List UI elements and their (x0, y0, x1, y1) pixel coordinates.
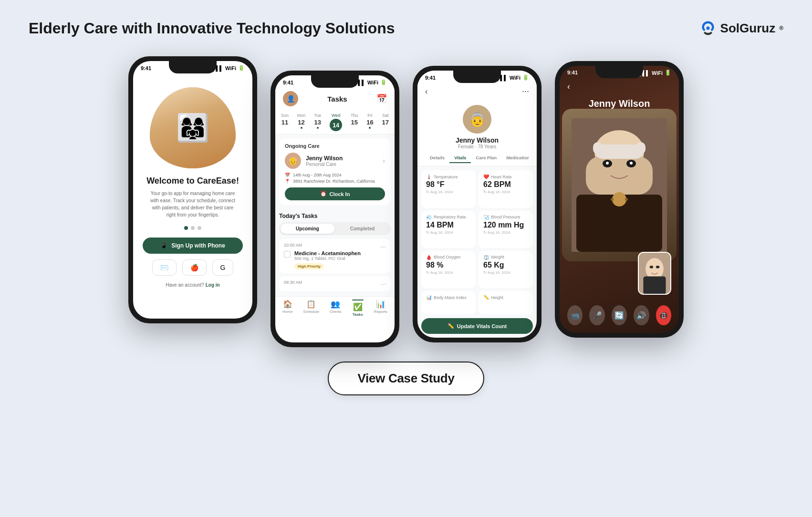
wt-date: ↻ Aug 16, 2024 (483, 270, 528, 275)
task1-row: Medicine - Acetaminophen 500 mg, 1 Table… (284, 250, 386, 269)
day-sat: Sat 17 (382, 113, 388, 131)
tab-vitals[interactable]: Vitals (449, 153, 471, 163)
main-container: Elderly Care with Innovative Technology … (0, 0, 812, 517)
ongoing-care-label: Ongoing Care (285, 143, 385, 149)
patient-name: Jenny Wilson (456, 136, 499, 144)
logo-text: SolGuruz (720, 21, 776, 36)
nav-schedule[interactable]: 📋 Schedule (303, 300, 319, 317)
care-details: 📅 14th Aug - 20th Aug 2024 📍 3891 Ranchv… (285, 173, 385, 184)
status-icons-2: ▌▌▌ WiFi 🔋 (354, 79, 387, 85)
tab-details[interactable]: Details (425, 153, 449, 163)
care-date-row: 📅 14th Aug - 20th Aug 2024 (285, 173, 385, 177)
nav-tasks[interactable]: ✅ Tasks (352, 300, 364, 317)
nav-reports[interactable]: 📊 Reports (374, 300, 387, 317)
bmi-label: Body Mass Index (434, 295, 467, 300)
wifi-icon-3: WiFi (510, 75, 521, 81)
video-status-icons: ▌▌▌ WiFi 🔋 (638, 70, 671, 76)
task1-checkbox[interactable] (284, 251, 291, 258)
notch-4 (595, 66, 643, 78)
volume-button[interactable]: 🔊 (634, 305, 649, 325)
mic-button[interactable]: 🎤 (589, 305, 604, 325)
phone-vitals-screen: 9:41 ▌▌▌ WiFi 🔋 ‹ ··· 👵 J (417, 71, 537, 338)
end-call-button[interactable]: 📵 (656, 305, 671, 325)
logo: SolGuruz® (699, 20, 783, 37)
login-link[interactable]: Log in (206, 282, 220, 288)
bo-date: ↻ Aug 16, 2024 (426, 270, 471, 275)
video-toggle-button[interactable]: 📹 (567, 305, 583, 325)
update-vitals-button[interactable]: ✏️ Update Vitals Count (421, 318, 533, 334)
task2-time: 09:30 AM (284, 280, 302, 286)
email-button[interactable]: ✉️ (152, 259, 177, 276)
tasks-body: Ongoing Care 👴 Jenny Wilson Personal Car… (275, 134, 395, 296)
day-sun: Sun 11 (281, 113, 289, 131)
day-mon: Mon 12 (297, 113, 306, 131)
signup-label: Sign Up with Phone (171, 242, 225, 249)
carousel-dots (184, 226, 201, 230)
temp-date: ↻ Aug 16, 2024 (426, 190, 471, 194)
task2-more-icon[interactable]: ··· (380, 280, 386, 288)
bottom-nav: 🏠 Home 📋 Schedule 👥 Clients ✅ Task (275, 296, 395, 321)
phone-welcome: 9:41 ▌▌▌ WiFi 🔋 Welcome to CareEase! You… (128, 56, 257, 323)
vital-heart-rate: ❤️ Heart Rate 62 BPM ↻ Aug 16, 2024 (479, 170, 533, 207)
svg-rect-18 (643, 277, 666, 295)
svg-point-14 (611, 198, 614, 201)
task-tabs: Upcoming Completed (279, 222, 391, 235)
signup-button[interactable]: 📱 Sign Up with Phone (143, 238, 243, 254)
tab-care-plan[interactable]: Care Plan (471, 153, 501, 163)
svg-point-13 (612, 192, 626, 207)
clock-icon: ⏰ (320, 191, 327, 197)
patient-profile: 👵 Jenny Wilson Female · 78 Years Details… (417, 100, 537, 166)
battery-icon: 🔋 (238, 65, 245, 71)
day-wed[interactable]: Wed 14 (330, 113, 342, 131)
care-arrow-icon[interactable]: › (383, 157, 385, 165)
vitals-top: 9:41 ▌▌▌ WiFi 🔋 ‹ ··· 👵 J (417, 71, 537, 166)
video-overlay: 9:41 ▌▌▌ WiFi 🔋 ‹ Jenny Wilson 11:21 (560, 66, 679, 333)
svg-rect-11 (636, 142, 645, 154)
vital-respiratory: 💨 Respiratory Rate 14 BPM ↻ Aug 16, 2024 (421, 211, 476, 248)
apple-button[interactable]: 🍎 (182, 259, 207, 276)
care-address: 3891 Ranchview Dr. Richardson, Californi… (293, 179, 375, 184)
tasks-title: Tasks (327, 95, 347, 103)
video-time: 9:41 (567, 70, 578, 76)
google-button[interactable]: G (212, 259, 234, 276)
calendar-icon[interactable]: 📅 (376, 93, 387, 104)
day-fri: Fri 16 (366, 113, 373, 131)
clients-icon: 👥 (331, 300, 340, 309)
nav-clients[interactable]: 👥 Clients (330, 300, 341, 317)
video-back-button[interactable]: ‹ (567, 82, 570, 92)
phone-welcome-screen: 9:41 ▌▌▌ WiFi 🔋 Welcome to CareEase! You… (133, 61, 252, 319)
hr-label: Heart Rate (491, 175, 512, 179)
tab-completed[interactable]: Completed (335, 224, 389, 234)
temp-value: 98 °F (426, 180, 471, 189)
temp-label: Temperature (434, 175, 458, 179)
home-icon: 🏠 (283, 300, 292, 309)
schedule-icon: 📋 (306, 300, 316, 309)
svg-point-20 (656, 266, 660, 269)
tab-medications[interactable]: Medications (501, 153, 529, 163)
view-case-study-button[interactable]: View Case Study (328, 362, 484, 395)
vitals-grid: 🌡️ Temperature 98 °F ↻ Aug 16, 2024 ❤️ H… (417, 166, 537, 318)
bp-icon: 🩺 (483, 215, 489, 220)
tab-upcoming[interactable]: Upcoming (281, 224, 334, 234)
more-button[interactable]: ··· (522, 86, 529, 96)
day-thu: Thu 15 (351, 113, 358, 131)
video-wifi-icon: WiFi (652, 70, 663, 76)
clock-in-button[interactable]: ⏰ Clock In (285, 187, 385, 200)
week-row: Sun 11 Mon 12 Tue 13 (275, 110, 395, 134)
caller-photo (560, 104, 679, 266)
camera-flip-button[interactable]: 🔄 (612, 305, 627, 325)
nav-home[interactable]: 🏠 Home (282, 300, 292, 317)
hr-date: ↻ Aug 16, 2024 (483, 190, 528, 194)
phone-tasks: 9:41 ▌▌▌ WiFi 🔋 👤 Tasks 📅 (271, 71, 399, 347)
task1-more-icon[interactable]: ··· (380, 243, 386, 250)
task1-detail: 500 mg, 1 Tablet, PO: Oral (294, 256, 386, 261)
dot-3 (198, 226, 201, 230)
status-icons-3: ▌▌▌ WiFi 🔋 (496, 74, 529, 81)
nav-tasks-label: Tasks (353, 312, 363, 317)
back-button[interactable]: ‹ (425, 87, 427, 96)
nav-clients-label: Clients (330, 310, 341, 314)
phone-vitals: 9:41 ▌▌▌ WiFi 🔋 ‹ ··· 👵 J (413, 66, 541, 342)
care-patient-name: Jenny Wilson (306, 155, 378, 162)
edit-icon: ✏️ (448, 323, 454, 329)
notch-2 (311, 75, 359, 88)
